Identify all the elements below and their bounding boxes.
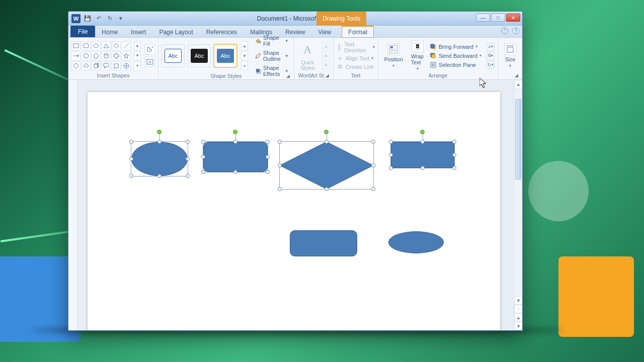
resize-handle[interactable]	[186, 174, 190, 178]
shape-cloud-icon[interactable]	[82, 61, 91, 70]
size-dialog-launcher[interactable]: ◢	[515, 72, 518, 79]
shape-folded-icon[interactable]	[112, 61, 121, 70]
shape-rect-icon[interactable]	[71, 41, 80, 50]
shape-fill-button[interactable]: Shape Fill▼	[253, 34, 291, 48]
resize-handle[interactable]	[201, 170, 205, 174]
bring-forward-button[interactable]: Bring Forward▾	[429, 43, 482, 51]
shape-arrow-icon[interactable]	[71, 51, 80, 60]
resize-handle[interactable]	[201, 140, 205, 144]
prev-page-button[interactable]: ▲	[514, 313, 522, 322]
text-box-button[interactable]: A	[145, 57, 155, 67]
shape-ellipse-selected[interactable]	[131, 141, 188, 176]
align-button[interactable]: ≡▾	[487, 43, 495, 51]
rotate-button[interactable]: ↻▾	[487, 61, 495, 69]
shape-callout-icon[interactable]	[102, 61, 111, 70]
shape-cross-icon[interactable]	[112, 51, 121, 60]
help-button[interactable]: ?	[512, 27, 519, 34]
tab-home[interactable]: Home	[95, 26, 124, 37]
document-area[interactable]: ▦	[68, 80, 522, 330]
selection-pane-button[interactable]: Selection Pane	[429, 61, 482, 69]
gallery-more[interactable]: ▾	[134, 61, 141, 70]
resize-handle[interactable]	[371, 163, 375, 167]
resize-handle[interactable]	[266, 140, 270, 144]
qat-more-button[interactable]: ▾	[117, 15, 125, 23]
shape-cylinder-icon[interactable]	[102, 51, 111, 60]
shape-outline-button[interactable]: Shape Outline▼	[253, 49, 291, 63]
vertical-scrollbar[interactable]: ▲ ▼ ◦ ▲ ▼	[514, 80, 522, 330]
style-scroll-up[interactable]: ▲	[241, 41, 248, 50]
resize-handle[interactable]	[452, 153, 456, 157]
group-button[interactable]: ⧉▾	[487, 52, 495, 60]
shape-plus-icon[interactable]	[122, 61, 131, 70]
resize-handle[interactable]	[389, 166, 393, 170]
resize-handle[interactable]	[266, 170, 270, 174]
resize-handle[interactable]	[278, 187, 282, 191]
shape-diamond-icon[interactable]	[112, 41, 121, 50]
minimize-button[interactable]: —	[476, 14, 490, 22]
wordart-dialog-launcher[interactable]: ◢	[326, 72, 329, 79]
shape-roundrect-selected[interactable]	[203, 141, 268, 172]
redo-button[interactable]: ↻	[106, 15, 114, 23]
style-scroll-down[interactable]: ▼	[241, 51, 248, 60]
shape-line-icon[interactable]	[122, 41, 131, 50]
gallery-scroll-up[interactable]: ▲	[134, 41, 141, 50]
shape-style-2[interactable]: Abc	[188, 44, 211, 67]
resize-handle[interactable]	[278, 140, 282, 144]
shape-ellipse-icon[interactable]	[92, 41, 101, 50]
resize-handle[interactable]	[371, 187, 375, 191]
resize-handle[interactable]	[421, 140, 425, 144]
resize-handle[interactable]	[157, 174, 162, 178]
resize-handle[interactable]	[233, 140, 237, 144]
resize-handle[interactable]	[278, 163, 282, 167]
tab-file[interactable]: File	[70, 26, 95, 37]
resize-handle[interactable]	[389, 140, 393, 144]
document-page[interactable]	[88, 92, 500, 330]
position-button[interactable]: Position▾	[381, 42, 406, 69]
resize-handle[interactable]	[325, 187, 329, 191]
send-backward-button[interactable]: Send Backward▾	[429, 52, 482, 60]
resize-handle[interactable]	[389, 153, 393, 157]
scrollbar-thumb[interactable]	[515, 99, 521, 179]
undo-button[interactable]: ↶	[95, 15, 103, 23]
resize-handle[interactable]	[452, 166, 456, 170]
shapes-gallery[interactable]	[71, 41, 131, 70]
resize-handle[interactable]	[157, 140, 162, 144]
shape-cube-icon[interactable]	[92, 61, 101, 70]
size-button[interactable]: Size▾	[501, 42, 519, 69]
shape-rect-selected[interactable]	[390, 141, 455, 168]
resize-handle[interactable]	[129, 157, 133, 161]
edit-shape-button[interactable]	[145, 45, 155, 55]
save-button[interactable]: 💾	[84, 15, 92, 23]
resize-handle[interactable]	[452, 140, 456, 144]
shape-triangle-icon[interactable]	[102, 41, 111, 50]
tab-insert[interactable]: Insert	[124, 26, 152, 37]
shape-ellipse[interactable]	[388, 231, 444, 253]
resize-handle[interactable]	[325, 140, 329, 144]
style-gallery-more[interactable]: ▾	[241, 61, 248, 70]
resize-handle[interactable]	[129, 140, 133, 144]
shape-style-3[interactable]: Abc	[214, 44, 237, 67]
tab-references[interactable]: References	[200, 26, 244, 37]
tab-page-layout[interactable]: Page Layout	[152, 26, 199, 37]
tab-view[interactable]: View	[312, 26, 338, 37]
shape-pentagon-icon[interactable]	[92, 51, 101, 60]
shape-styles-dialog-launcher[interactable]: ◢	[286, 72, 290, 79]
resize-handle[interactable]	[201, 155, 205, 159]
shape-roundrect[interactable]	[290, 230, 357, 256]
close-button[interactable]: ✕	[506, 14, 520, 22]
browse-object-button[interactable]: ◦	[514, 305, 522, 313]
scroll-up-button[interactable]: ▲	[514, 80, 522, 88]
resize-handle[interactable]	[371, 140, 375, 144]
shape-star-icon[interactable]	[122, 51, 131, 60]
resize-handle[interactable]	[233, 170, 237, 174]
maximize-button[interactable]: □	[491, 14, 505, 22]
resize-handle[interactable]	[129, 174, 133, 178]
tab-format[interactable]: Format	[342, 26, 374, 38]
resize-handle[interactable]	[186, 140, 190, 144]
wrap-text-button[interactable]: x Wrap Text▾	[408, 39, 427, 72]
shape-style-1[interactable]: Abc	[162, 44, 185, 67]
resize-handle[interactable]	[421, 166, 425, 170]
shape-diamond-selected[interactable]	[279, 141, 374, 190]
resize-handle[interactable]	[186, 157, 190, 161]
ribbon-minimize-button[interactable]: ˄	[501, 27, 508, 34]
